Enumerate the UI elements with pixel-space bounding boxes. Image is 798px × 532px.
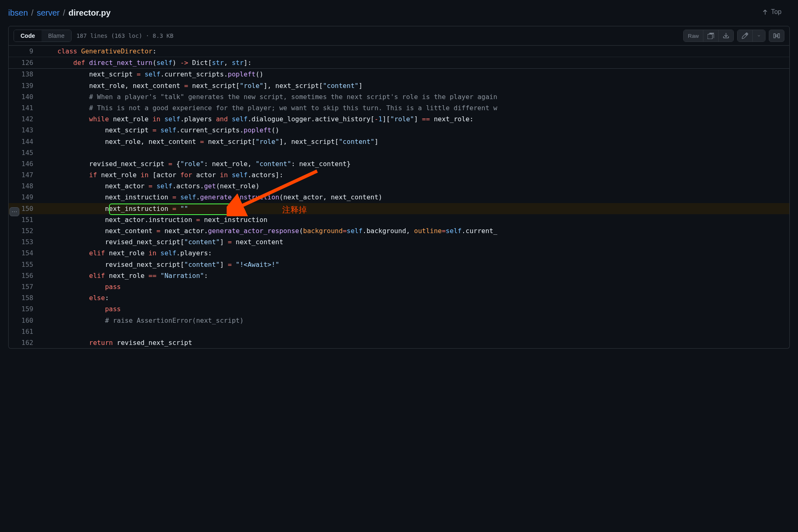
code-line[interactable]: 144 next_role, next_content = next_scrip…	[9, 136, 789, 147]
file-info: 187 lines (163 loc) · 8.3 KB	[77, 32, 174, 39]
code-tab[interactable]: Code	[14, 30, 42, 42]
code-line[interactable]: 156 elif next_role == "Narration":	[9, 270, 789, 281]
symbols-button[interactable]	[769, 30, 784, 42]
line-number[interactable]: 156	[9, 270, 42, 281]
code-line[interactable]: 146 revised_next_script = {"role": next_…	[9, 158, 789, 169]
edit-group	[737, 30, 766, 42]
sticky-lines: 9 class GenerativeDirector:126 def direc…	[9, 46, 789, 69]
line-content: while next_role in self.players and self…	[42, 113, 789, 125]
code-lines: 138 next_script = self.current_scripts.p…	[9, 69, 789, 348]
line-number[interactable]: 141	[9, 102, 42, 113]
line-number[interactable]: 152	[9, 225, 42, 236]
line-number[interactable]: 161	[9, 326, 42, 337]
line-content: pass	[42, 281, 789, 292]
line-content: revised_next_script["content"] = next_co…	[42, 236, 789, 247]
code-line[interactable]: 138 next_script = self.current_scripts.p…	[9, 69, 789, 80]
breadcrumb-link-repo[interactable]: ibsen	[8, 8, 28, 18]
line-number[interactable]: 153	[9, 236, 42, 247]
copy-button[interactable]	[703, 30, 719, 42]
line-number[interactable]: 159	[9, 303, 42, 315]
line-actions-button[interactable]: ⋯	[9, 207, 19, 216]
line-number[interactable]: 138	[9, 69, 42, 80]
top-button[interactable]: Top	[762, 8, 782, 16]
line-content: # This is not a good experience for the …	[42, 102, 789, 113]
line-content: # When a player's "talk" generates the n…	[42, 91, 789, 102]
code-line[interactable]: 126 def direct_next_turn(self) -> Dict[s…	[9, 57, 789, 69]
code-line[interactable]: 153 revised_next_script["content"] = nex…	[9, 236, 789, 247]
code-line[interactable]: 139 next_role, next_content = next_scrip…	[9, 80, 789, 91]
line-content: next_instruction = ""	[42, 203, 789, 214]
line-number[interactable]: 158	[9, 292, 42, 303]
code-line[interactable]: 161	[9, 326, 789, 337]
line-number[interactable]: 162	[9, 337, 42, 348]
download-button[interactable]	[719, 30, 733, 42]
code-line[interactable]: 143 next_script = self.current_scripts.p…	[9, 125, 789, 136]
code-line[interactable]: 9 class GenerativeDirector:	[9, 46, 789, 57]
line-number[interactable]: 149	[9, 192, 42, 203]
view-toggle: Code Blame	[14, 30, 72, 42]
code-line[interactable]: 141 # This is not a good experience for …	[9, 102, 789, 113]
line-number[interactable]: 139	[9, 80, 42, 91]
line-number[interactable]: 126	[9, 57, 42, 68]
line-number[interactable]: 157	[9, 281, 42, 292]
copy-icon	[708, 32, 714, 39]
blame-tab[interactable]: Blame	[42, 30, 71, 42]
code-line[interactable]: 162 return revised_next_script	[9, 337, 789, 348]
code-line[interactable]: 142 while next_role in self.players and …	[9, 113, 789, 125]
pencil-icon	[742, 32, 748, 39]
code-line[interactable]: 158 else:	[9, 292, 789, 303]
breadcrumb-current: director.py	[69, 8, 111, 18]
line-number[interactable]: 145	[9, 147, 42, 158]
line-content: next_role, next_content = next_script["r…	[42, 80, 789, 91]
annotation-text: 注释掉	[282, 204, 307, 215]
line-content: class GenerativeDirector:	[42, 46, 789, 57]
breadcrumb: ibsen / server / director.py	[8, 8, 790, 18]
code-line[interactable]: 145	[9, 147, 789, 158]
line-content: next_instruction = self.generate_instruc…	[42, 192, 789, 203]
line-content: next_content = next_actor.generate_actor…	[42, 225, 789, 236]
line-content: pass	[42, 303, 789, 315]
raw-button[interactable]: Raw	[684, 30, 703, 42]
line-content: next_actor.instruction = next_instructio…	[42, 214, 789, 225]
code-line[interactable]: 154 elif next_role in self.players:	[9, 247, 789, 259]
code-line[interactable]: 140 # When a player's "talk" generates t…	[9, 91, 789, 102]
code-line[interactable]: 157 pass	[9, 281, 789, 292]
code-line[interactable]: 150 next_instruction = ""	[9, 203, 789, 214]
line-number[interactable]: 144	[9, 136, 42, 147]
line-content: def direct_next_turn(self) -> Dict[str, …	[42, 57, 789, 68]
line-content: elif next_role in self.players:	[42, 247, 789, 259]
code-line[interactable]: 152 next_content = next_actor.generate_a…	[9, 225, 789, 236]
chevron-down-icon	[757, 32, 761, 39]
line-number[interactable]: 147	[9, 169, 42, 180]
code-line[interactable]: 151 next_actor.instruction = next_instru…	[9, 214, 789, 225]
line-number[interactable]: 154	[9, 247, 42, 259]
line-content: next_actor = self.actors.get(next_role)	[42, 180, 789, 192]
line-number[interactable]: 142	[9, 113, 42, 125]
arrow-up-icon	[762, 9, 768, 15]
code-line[interactable]: 147 if next_role in [actor for actor in …	[9, 169, 789, 180]
line-number[interactable]: 143	[9, 125, 42, 136]
code-line[interactable]: 149 next_instruction = self.generate_ins…	[9, 192, 789, 203]
line-number[interactable]: 140	[9, 91, 42, 102]
line-content: next_script = self.current_scripts.pople…	[42, 69, 789, 80]
code-line[interactable]: 148 next_actor = self.actors.get(next_ro…	[9, 180, 789, 192]
line-number[interactable]: 9	[9, 46, 42, 57]
line-content: revised_next_script = {"role": next_role…	[42, 158, 789, 169]
breadcrumb-sep: /	[63, 8, 65, 18]
line-number[interactable]: 146	[9, 158, 42, 169]
line-number[interactable]: 155	[9, 259, 42, 270]
line-number[interactable]: 160	[9, 315, 42, 326]
top-label: Top	[771, 8, 782, 16]
file-header: Code Blame 187 lines (163 loc) · 8.3 KB …	[8, 26, 790, 46]
breadcrumb-link-folder[interactable]: server	[37, 8, 60, 18]
code-line[interactable]: 155 revised_next_script["content"] = "!<…	[9, 259, 789, 270]
line-number[interactable]: 148	[9, 180, 42, 192]
line-content: next_role, next_content = next_script["r…	[42, 136, 789, 147]
line-content: return revised_next_script	[42, 337, 789, 348]
edit-button[interactable]	[738, 30, 753, 42]
code-line[interactable]: 159 pass	[9, 303, 789, 315]
code-line[interactable]: 160 # raise AssertionError(next_script)	[9, 315, 789, 326]
line-content: next_script = self.current_scripts.pople…	[42, 125, 789, 136]
download-icon	[723, 32, 729, 39]
edit-dropdown[interactable]	[753, 30, 765, 42]
